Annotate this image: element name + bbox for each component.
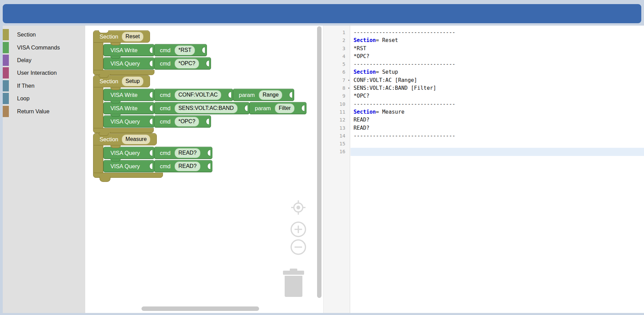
code-line[interactable]: 14 -------------------------------- xyxy=(323,132,644,140)
visa-write-block[interactable]: VISA Write cmd*RST xyxy=(103,44,211,56)
value-socket xyxy=(228,92,231,98)
param-label: param xyxy=(239,92,255,98)
toolbox-category[interactable]: User Interaction xyxy=(3,67,85,79)
cmd-label: cmd xyxy=(160,92,170,98)
zoom-out-icon[interactable] xyxy=(291,240,305,254)
code-line[interactable]: 12 READ? xyxy=(323,116,644,124)
zoom-reset-icon[interactable] xyxy=(291,200,305,215)
code-line[interactable]: 13 READ? xyxy=(323,124,644,132)
visa-query-block[interactable]: VISA Query cmd*OPC? xyxy=(103,57,211,70)
code-line[interactable]: 11 Section= Measure xyxy=(323,108,644,116)
category-label: Loop xyxy=(17,95,30,102)
visa-write-block[interactable]: VISA Write cmdSENS:VOLT:AC:BAND paramFil… xyxy=(103,102,306,114)
fold-marker-icon[interactable]: ▾ xyxy=(348,76,350,84)
section-header[interactable]: Section Reset xyxy=(93,30,150,43)
section-header[interactable]: Section Measure xyxy=(93,133,157,145)
code-text: READ? xyxy=(350,124,644,132)
workspace-vertical-scrollbar[interactable] xyxy=(317,26,321,298)
line-number: 9 xyxy=(323,92,350,100)
section-block-reset[interactable]: Section Reset VISA Write cmd*RST VISA Qu… xyxy=(93,30,211,75)
trash-lid xyxy=(283,271,304,275)
line-number: 5 xyxy=(323,60,350,68)
toolbox-category[interactable]: If Then xyxy=(3,80,85,92)
code-text: -------------------------------- xyxy=(350,100,644,108)
param-field[interactable]: Filter xyxy=(275,103,295,113)
section-foot xyxy=(93,173,163,178)
zoom-in-icon[interactable] xyxy=(291,222,305,237)
visa-query-block[interactable]: VISA Query cmd*OPC? xyxy=(103,115,306,128)
block-type-label: VISA Query xyxy=(110,150,140,156)
visa-query-block[interactable]: VISA Query cmdREAD? xyxy=(103,147,212,159)
code-text: -------------------------------- xyxy=(350,132,644,140)
section-name-field[interactable]: Reset xyxy=(122,32,144,42)
cmd-field[interactable]: *RST xyxy=(175,45,195,55)
trash-body xyxy=(285,276,302,297)
code-line[interactable]: 10 -------------------------------- xyxy=(323,100,644,108)
cmd-field[interactable]: CONF:VOLT:AC xyxy=(175,90,221,100)
cmd-field[interactable]: READ? xyxy=(175,148,200,158)
cmd-field[interactable]: *OPC? xyxy=(175,59,199,69)
section-name-field[interactable]: Measure xyxy=(122,134,150,144)
value-socket xyxy=(301,105,304,112)
toolbox-category[interactable]: Return Value xyxy=(3,105,85,117)
keyword: Section xyxy=(354,69,376,75)
code-text: *OPC? xyxy=(350,92,644,100)
code-line[interactable]: 6 Section= Setup xyxy=(323,68,644,76)
section-header[interactable]: Section Setup xyxy=(93,75,150,87)
section-foot xyxy=(93,70,154,75)
category-label: User Interaction xyxy=(17,70,57,76)
toolbox-category[interactable]: Delay xyxy=(3,54,85,67)
code-line[interactable]: 3 *RST xyxy=(323,45,644,53)
block-type-label: VISA Query xyxy=(110,163,140,170)
section-block-measure[interactable]: Section Measure VISA Query cmdREAD? VISA… xyxy=(93,133,212,178)
param-field[interactable]: Range xyxy=(259,90,282,100)
block-type-label: VISA Query xyxy=(110,118,140,125)
line-number: 7▾ xyxy=(323,76,350,84)
code-line[interactable]: 15 xyxy=(323,140,644,148)
code-text xyxy=(350,140,644,148)
code-line[interactable]: 7▾ CONF:VOLT:AC [Range] xyxy=(323,76,644,84)
section-spine xyxy=(93,87,103,128)
value-socket xyxy=(206,118,209,125)
code-text: READ? xyxy=(350,116,644,124)
trash-icon[interactable] xyxy=(283,269,304,297)
block-workspace[interactable]: Section Reset VISA Write cmd*RST VISA Qu… xyxy=(85,26,323,313)
previous-connector-notch xyxy=(99,30,109,33)
cmd-field[interactable]: SENS:VOLT:AC:BAND xyxy=(175,103,237,113)
category-label: If Then xyxy=(17,83,34,89)
value-socket xyxy=(202,47,205,54)
code-panel[interactable]: 1 -------------------------------- 2 Sec… xyxy=(323,26,644,313)
block-type-label: VISA Query xyxy=(110,60,140,67)
code-line[interactable]: 4 *OPC? xyxy=(323,53,644,60)
workspace-horizontal-scrollbar[interactable] xyxy=(141,306,259,311)
code-text: *OPC? xyxy=(350,53,644,60)
value-socket xyxy=(149,60,152,67)
keyword: Section xyxy=(354,109,376,115)
param-label: param xyxy=(255,105,271,112)
code-line[interactable]: 2 Section= Reset xyxy=(323,37,644,44)
value-socket xyxy=(289,92,292,98)
visa-write-block[interactable]: VISA Write cmdCONF:VOLT:AC paramRange xyxy=(103,89,306,101)
code-line[interactable]: 16 xyxy=(323,148,644,156)
code-line[interactable]: 9 *OPC? xyxy=(323,92,644,100)
fold-marker-icon[interactable]: ▾ xyxy=(348,84,350,92)
toolbox-category[interactable]: VISA Commands xyxy=(3,41,85,54)
line-number: 12 xyxy=(323,116,350,124)
previous-connector-notch xyxy=(99,75,109,78)
cmd-field[interactable]: *OPC? xyxy=(175,117,199,127)
category-color-swatch xyxy=(3,42,9,53)
code-line[interactable]: 1 -------------------------------- xyxy=(323,29,644,37)
section-block-setup[interactable]: Section Setup VISA Write cmdCONF:VOLT:AC… xyxy=(93,75,306,133)
code-line[interactable]: 5 -------------------------------- xyxy=(323,60,644,68)
toolbox-category[interactable]: Loop xyxy=(3,92,85,105)
line-number: 10 xyxy=(323,100,350,108)
visa-query-block[interactable]: VISA Query cmdREAD? xyxy=(103,160,212,172)
code-line[interactable]: 8▾ SENS:VOLT:AC:BAND [Filter] xyxy=(323,84,644,92)
block-type-label: VISA Write xyxy=(110,92,137,98)
category-color-swatch xyxy=(3,29,9,40)
section-name-field[interactable]: Setup xyxy=(122,76,144,86)
cmd-field[interactable]: READ? xyxy=(175,161,200,171)
code-text: *RST xyxy=(350,45,644,53)
toolbox-category[interactable]: Section xyxy=(3,28,85,41)
cmd-label: cmd xyxy=(160,60,170,67)
